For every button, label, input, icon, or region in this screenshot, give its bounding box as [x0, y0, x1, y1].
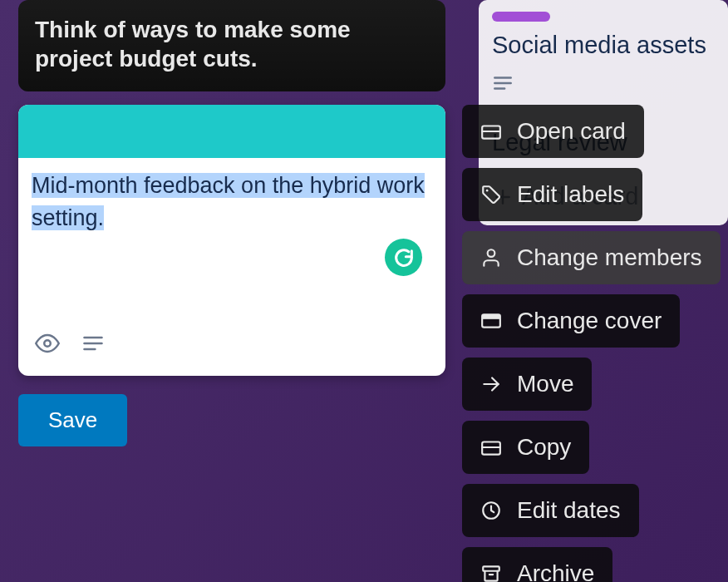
description-icon: [492, 82, 514, 96]
description-icon: [81, 332, 105, 358]
card-icon: [480, 121, 502, 142]
label-pill: [492, 12, 550, 22]
menu-item-open-card[interactable]: Open card: [462, 105, 644, 158]
menu-item-edit-dates[interactable]: Edit dates: [462, 484, 639, 537]
grammarly-icon[interactable]: [385, 239, 422, 276]
arrow-right-icon: [480, 373, 502, 395]
card-title-input[interactable]: Mid-month feedback on the hybrid work se…: [32, 170, 432, 234]
menu-item-label: Edit dates: [517, 497, 621, 524]
user-icon: [480, 247, 502, 269]
card-cover[interactable]: [18, 105, 445, 158]
svg-rect-16: [482, 442, 500, 455]
clock-icon: [480, 500, 502, 521]
svg-rect-14: [482, 314, 500, 318]
menu-item-label: Archive: [517, 560, 594, 582]
card-editor: Mid-month feedback on the hybrid work se…: [18, 105, 445, 376]
card-title-social[interactable]: Social media assets: [492, 32, 715, 59]
menu-item-label: Edit labels: [517, 181, 624, 208]
menu-item-label: Change members: [517, 244, 702, 271]
menu-item-copy[interactable]: Copy: [462, 421, 589, 474]
svg-rect-9: [482, 126, 500, 139]
card-budget-cuts[interactable]: Think of ways to make some project budge…: [18, 0, 445, 91]
menu-item-move[interactable]: Move: [462, 358, 592, 411]
menu-item-label: Open card: [517, 118, 626, 145]
menu-item-label: Copy: [517, 434, 571, 461]
svg-rect-19: [483, 566, 499, 570]
svg-point-12: [488, 249, 495, 257]
tag-icon: [480, 184, 502, 205]
card-title: Think of ways to make some project budge…: [35, 15, 429, 73]
archive-icon: [480, 563, 502, 582]
watch-icon: [35, 331, 60, 359]
menu-item-edit-labels[interactable]: Edit labels: [462, 168, 642, 221]
card-icon: [480, 436, 502, 458]
svg-point-11: [486, 190, 489, 192]
card-context-menu: Open cardEdit labelsChange membersChange…: [462, 105, 721, 582]
svg-point-0: [44, 340, 51, 347]
menu-item-archive[interactable]: Archive: [462, 547, 612, 582]
cover-icon: [480, 310, 502, 332]
save-button[interactable]: Save: [18, 394, 127, 446]
menu-item-change-cover[interactable]: Change cover: [462, 294, 680, 348]
menu-item-label: Move: [517, 371, 573, 397]
menu-item-label: Change cover: [517, 308, 662, 334]
menu-item-change-members[interactable]: Change members: [462, 231, 721, 284]
